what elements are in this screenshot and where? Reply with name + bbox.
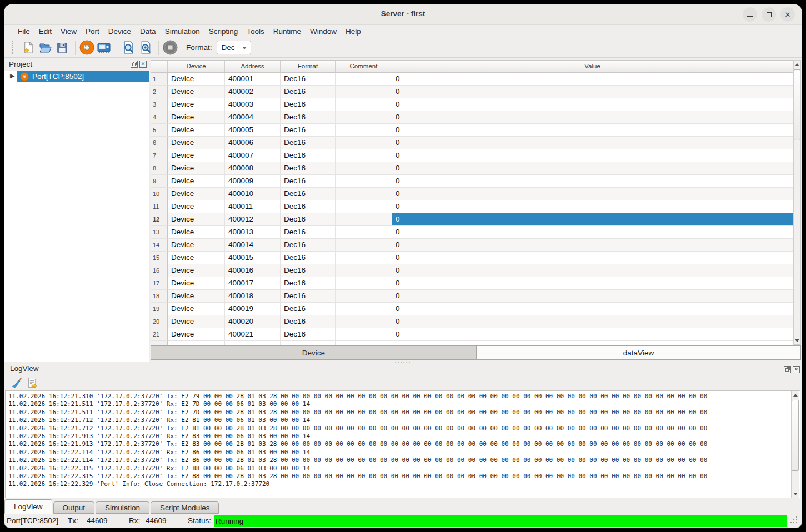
cell-address[interactable]: 400001 xyxy=(225,73,281,86)
cell-format[interactable]: Dec16 xyxy=(281,111,336,124)
table-row[interactable]: 18 Device 400018 Dec16 0 xyxy=(151,290,793,303)
save-button[interactable] xyxy=(54,40,70,56)
cell-format[interactable]: Dec16 xyxy=(281,73,336,86)
new-project-button[interactable] xyxy=(20,40,36,56)
column-header[interactable]: Address xyxy=(225,61,281,72)
column-header[interactable]: Format xyxy=(281,61,336,72)
cell-comment[interactable] xyxy=(336,149,392,162)
scroll-up-icon[interactable] xyxy=(792,391,799,399)
cell-value[interactable]: 0 xyxy=(392,124,793,137)
cell-value[interactable]: 0 xyxy=(392,226,793,239)
cell-device[interactable]: Device xyxy=(168,315,225,328)
cell-address[interactable]: 400021 xyxy=(225,328,281,341)
cell-value[interactable]: 0 xyxy=(392,328,793,341)
cell-value[interactable]: 0 xyxy=(392,277,793,290)
cell-device[interactable]: Device xyxy=(168,73,225,86)
view-tab[interactable]: Device xyxy=(151,345,477,360)
cell-comment[interactable] xyxy=(336,290,392,303)
cell-device[interactable]: Device xyxy=(168,277,225,290)
cell-address[interactable]: 400002 xyxy=(225,86,281,98)
cell-value[interactable]: 0 xyxy=(392,175,793,188)
cell-format[interactable]: Dec16 xyxy=(281,124,336,137)
cell-value[interactable]: 0 xyxy=(392,73,793,86)
cell-comment[interactable] xyxy=(336,303,392,315)
table-row[interactable]: 12 Device 400012 Dec16 0 xyxy=(151,213,793,226)
scroll-down-icon[interactable] xyxy=(794,337,800,344)
cell-value[interactable]: 0 xyxy=(392,200,793,213)
cell-device[interactable]: Device xyxy=(168,290,225,303)
cell-value[interactable]: 0 xyxy=(392,264,793,277)
menu-item[interactable]: File xyxy=(13,27,34,36)
menu-item[interactable]: Runtime xyxy=(269,27,306,36)
cell-comment[interactable] xyxy=(336,252,392,264)
cell-comment[interactable] xyxy=(336,226,392,239)
scroll-down-icon[interactable] xyxy=(792,490,799,498)
cell-address[interactable]: 400019 xyxy=(225,303,281,315)
cell-format[interactable]: Dec16 xyxy=(281,86,336,98)
close-panel-icon[interactable]: ✕ xyxy=(139,61,147,68)
cell-device[interactable]: Device xyxy=(168,213,225,226)
table-row[interactable]: 1 Device 400001 Dec16 0 xyxy=(151,73,793,86)
table-row[interactable]: 14 Device 400014 Dec16 0 xyxy=(151,239,793,252)
cell-format[interactable]: Dec16 xyxy=(281,188,336,200)
cell-address[interactable]: 400003 xyxy=(225,98,281,111)
cell-comment[interactable] xyxy=(336,124,392,137)
cell-format[interactable]: Dec16 xyxy=(281,137,336,149)
cell-format[interactable]: Dec16 xyxy=(281,277,336,290)
cell-format[interactable]: Dec16 xyxy=(281,303,336,315)
clear-log-icon[interactable] xyxy=(11,377,22,388)
cell-format[interactable]: Dec16 xyxy=(281,200,336,213)
log-scrollbar[interactable] xyxy=(791,391,799,498)
table-row[interactable]: 21 Device 400021 Dec16 0 xyxy=(151,328,793,341)
table-row[interactable]: 6 Device 400006 Dec16 0 xyxy=(151,137,793,149)
cell-comment[interactable] xyxy=(336,73,392,86)
cell-value[interactable]: 0 xyxy=(392,137,793,149)
cell-comment[interactable] xyxy=(336,137,392,149)
cell-value[interactable]: 0 xyxy=(392,252,793,264)
format-dropdown[interactable]: Dec xyxy=(217,41,251,54)
cell-value[interactable]: 0 xyxy=(392,149,793,162)
cell-device[interactable]: Device xyxy=(168,264,225,277)
bottom-tab[interactable]: Simulation xyxy=(96,501,149,514)
maximize-button[interactable] xyxy=(762,7,776,22)
cell-device[interactable]: Device xyxy=(168,239,225,252)
menu-item[interactable]: Tools xyxy=(242,27,269,36)
cell-address[interactable]: 400015 xyxy=(225,252,281,264)
table-row[interactable]: 19 Device 400019 Dec16 0 xyxy=(151,303,793,315)
find-add-button[interactable] xyxy=(138,40,153,56)
find-button[interactable] xyxy=(121,40,136,56)
cell-address[interactable]: 400011 xyxy=(225,200,281,213)
cell-device[interactable]: Device xyxy=(168,124,225,137)
cell-address[interactable]: 400016 xyxy=(225,264,281,277)
cell-address[interactable]: 400020 xyxy=(225,315,281,328)
cell-format[interactable]: Dec16 xyxy=(281,328,336,341)
cell-value[interactable]: 0 xyxy=(392,111,793,124)
stop-button[interactable] xyxy=(162,40,178,56)
toolbar-drag-handle[interactable] xyxy=(12,41,15,54)
cell-comment[interactable] xyxy=(336,111,392,124)
cell-address[interactable]: 400006 xyxy=(225,137,281,149)
cell-address[interactable]: 400014 xyxy=(225,239,281,252)
cell-comment[interactable] xyxy=(336,213,392,226)
cell-device[interactable]: Device xyxy=(168,252,225,264)
cell-device[interactable]: Device xyxy=(168,188,225,200)
cell-value[interactable]: 0 xyxy=(392,98,793,111)
export-log-icon[interactable] xyxy=(27,377,38,388)
cell-value[interactable]: 0 xyxy=(392,315,793,328)
cell-address[interactable]: 400017 xyxy=(225,277,281,290)
view-tab[interactable]: dataView xyxy=(477,345,801,360)
add-port-button[interactable] xyxy=(79,40,94,56)
log-output[interactable]: 11.02.2026 16:12:21.310 '172.17.0.2:3772… xyxy=(5,390,800,498)
cell-device[interactable]: Device xyxy=(168,162,225,175)
close-panel-icon[interactable]: ✕ xyxy=(793,366,800,373)
menu-item[interactable]: Window xyxy=(306,27,341,36)
scrollbar-thumb[interactable] xyxy=(792,400,799,471)
cell-format[interactable]: Dec16 xyxy=(281,264,336,277)
menu-item[interactable]: Help xyxy=(341,27,366,36)
cell-device[interactable]: Device xyxy=(168,98,225,111)
table-row[interactable]: 3 Device 400003 Dec16 0 xyxy=(151,98,793,111)
cell-format[interactable]: Dec16 xyxy=(281,98,336,111)
minimize-button[interactable] xyxy=(743,7,757,22)
bottom-tab[interactable]: LogView xyxy=(4,499,52,514)
tree-item-port[interactable]: ▶ Port[TCP:8502] xyxy=(4,71,149,82)
